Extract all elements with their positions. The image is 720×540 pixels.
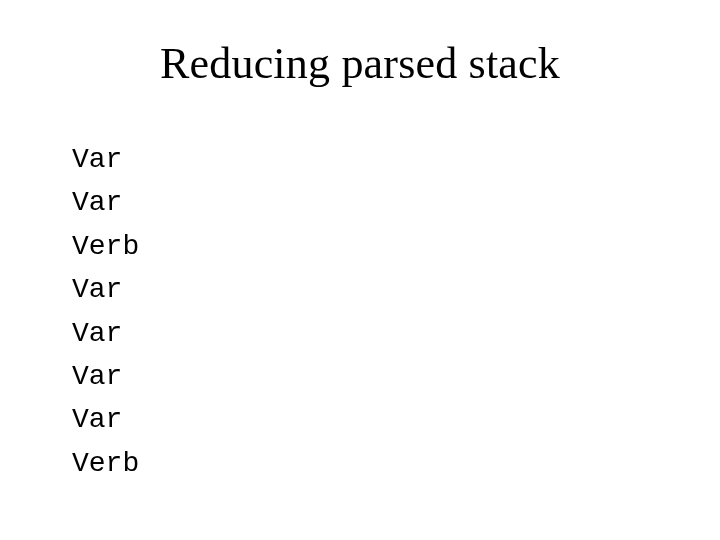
stack-item: Var bbox=[72, 355, 139, 398]
stack-item: Var bbox=[72, 268, 139, 311]
stack-item: Verb bbox=[72, 442, 139, 485]
slide: Reducing parsed stack Var Var Verb Var V… bbox=[0, 0, 720, 540]
stack-item: Var bbox=[72, 181, 139, 224]
stack-item: Var bbox=[72, 312, 139, 355]
stack-item: Verb bbox=[72, 225, 139, 268]
stack-item: Var bbox=[72, 398, 139, 441]
parsed-stack-list: Var Var Verb Var Var Var Var Verb bbox=[72, 138, 139, 485]
slide-title: Reducing parsed stack bbox=[0, 38, 720, 89]
stack-item: Var bbox=[72, 138, 139, 181]
